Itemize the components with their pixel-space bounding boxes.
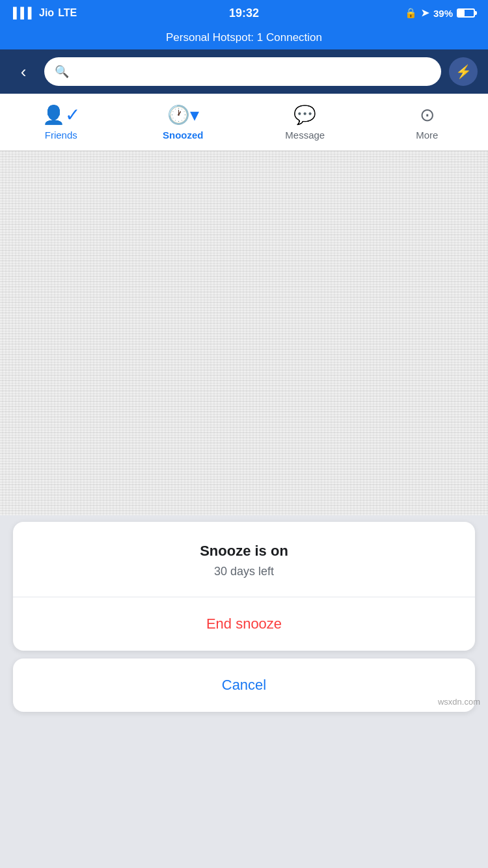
lock-icon: 🔒 [405,7,417,19]
watermark: wsxdn.com [438,697,480,707]
snooze-title: Snooze is on [26,543,462,560]
status-time: 19:32 [229,7,259,20]
snooze-card: Snooze is on 30 days left End snooze [13,522,475,651]
snoozed-icon: 🕐▾ [167,104,199,126]
message-icon: 💬 [293,104,316,126]
signal-icon: ▌▌▌ [13,7,35,19]
cancel-button[interactable]: Cancel [13,658,475,712]
tab-friends-label: Friends [45,129,77,141]
tab-snoozed[interactable]: 🕐▾ Snoozed [122,94,245,150]
friends-icon: 👤✓ [42,104,80,126]
messenger-button[interactable]: ⚡ [449,57,478,86]
tab-snoozed-label: Snoozed [163,129,204,141]
tab-more-label: More [416,129,438,141]
carrier-info: ▌▌▌ Jio LTE [13,7,77,19]
snooze-subtitle: 30 days left [26,565,462,578]
snooze-info: Snooze is on 30 days left [13,522,475,597]
status-indicators: 🔒 ➤ 39% [405,7,475,19]
content-area: Snooze is on 30 days left End snooze Can… [0,151,488,712]
battery-percent: 39% [433,8,453,19]
network-type: LTE [58,7,77,19]
search-icon: 🔍 [55,64,69,79]
back-button[interactable]: ‹ [10,59,36,85]
tab-bar: 👤✓ Friends 🕐▾ Snoozed 💬 Message ⊙ More [0,94,488,151]
hotspot-bar: Personal Hotspot: 1 Connection [0,26,488,49]
search-bar[interactable]: 🔍 [44,57,441,86]
cancel-card[interactable]: Cancel [13,658,475,712]
end-snooze-button[interactable]: End snooze [13,597,475,651]
tab-message-label: Message [285,129,325,141]
back-icon: ‹ [21,62,27,82]
status-bar: ▌▌▌ Jio LTE 19:32 🔒 ➤ 39% [0,0,488,26]
cancel-label: Cancel [222,677,266,693]
carrier-name: Jio [39,7,54,19]
messenger-icon: ⚡ [455,64,472,79]
more-icon: ⊙ [420,104,435,126]
tab-message[interactable]: 💬 Message [244,94,366,150]
post-image [0,151,488,515]
location-icon: ➤ [421,7,429,19]
noise-overlay [0,151,488,515]
hotspot-text: Personal Hotspot: 1 Connection [166,31,322,44]
tab-friends[interactable]: 👤✓ Friends [0,94,122,150]
battery-icon [457,8,475,18]
end-snooze-label: End snooze [206,616,282,632]
battery-fill [458,10,465,16]
nav-bar: ‹ 🔍 ⚡ [0,49,488,94]
tab-more[interactable]: ⊙ More [366,94,489,150]
